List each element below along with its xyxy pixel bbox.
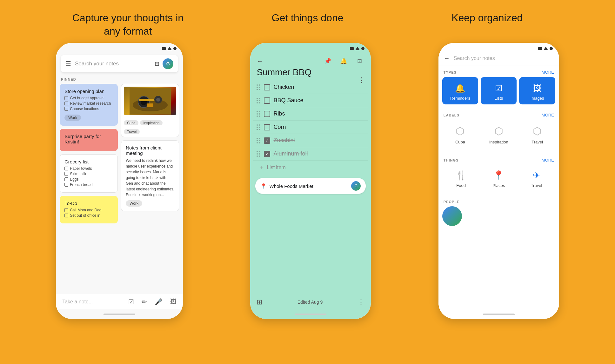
things-more-link[interactable]: MORE: [542, 158, 554, 162]
label-travel[interactable]: ⬡ Travel: [519, 120, 555, 149]
label-text: Inspiration: [489, 140, 508, 144]
things-grid: 🍴 Food 📍 Places ✈ Travel: [438, 165, 559, 195]
labels-label: LABELS: [444, 113, 459, 117]
back-button[interactable]: ←: [444, 55, 450, 62]
section3-title: Keep organized: [424, 11, 551, 38]
label-inspiration[interactable]: ⬡ Inspiration: [481, 120, 517, 149]
battery-icon: [173, 47, 177, 50]
note-surprise-party[interactable]: Surprise party for Kristin!: [60, 129, 118, 151]
take-note-placeholder[interactable]: Take a note...: [62, 299, 93, 305]
section2-title: Get things done: [244, 11, 371, 38]
note-grocery-list[interactable]: Grocery list Paper towels Skim milk Eggs…: [60, 154, 118, 193]
types-grid: 🔔 Reminders ☑ Lists 🖼 Images: [438, 77, 559, 108]
people-label: PEOPLE: [444, 200, 460, 204]
label-text: Travel: [531, 140, 543, 144]
menu-icon[interactable]: ☰: [65, 60, 71, 68]
thing-places[interactable]: 📍 Places: [480, 165, 518, 193]
svg-rect-4: [139, 99, 155, 101]
item-checkbox[interactable]: ✓: [264, 137, 270, 144]
list-item[interactable]: Corn: [253, 121, 368, 134]
pin-icon[interactable]: 📌: [323, 56, 333, 66]
things-label: THINGS: [444, 158, 459, 162]
add-item-row[interactable]: + List item: [253, 161, 368, 174]
places-icon: 📍: [493, 170, 504, 181]
item-text: Zucchini: [273, 137, 295, 144]
image-icon: 🖼: [533, 83, 541, 93]
home-bar: [483, 314, 515, 315]
label-cuba[interactable]: ⬡ Cuba: [442, 120, 478, 149]
type-label: Lists: [494, 96, 503, 101]
search-bar[interactable]: ← Search your notes: [438, 51, 559, 65]
back-button[interactable]: ←: [257, 57, 263, 65]
pencil-icon[interactable]: ✏: [142, 298, 147, 306]
thing-travel[interactable]: ✈ Travel: [518, 165, 555, 193]
thing-text: Places: [492, 183, 505, 188]
thing-food[interactable]: 🍴 Food: [442, 165, 480, 193]
svg-point-6: [156, 98, 160, 102]
note-title: Notes from client meeting: [126, 145, 174, 156]
note-body: We need to rethink how we handle user ex…: [126, 158, 174, 198]
type-label: Reminders: [450, 96, 470, 101]
archive-icon[interactable]: ⊡: [354, 56, 364, 66]
search-bar[interactable]: ☰ Search your notes ⊞ G: [61, 55, 178, 72]
people-grid: [438, 206, 559, 226]
list-item[interactable]: Chicken: [253, 81, 368, 94]
list-item[interactable]: ✓ Aluminum foil: [253, 147, 368, 161]
types-more-link[interactable]: MORE: [542, 70, 554, 75]
signal-icon: [162, 47, 166, 50]
phone2-bottom-bar: ⊞ Edited Aug 9 ⋮: [250, 295, 371, 309]
more-options-button[interactable]: ⋮: [358, 76, 365, 84]
location-bar[interactable]: 📍 Whole Foods Market G: [255, 178, 366, 194]
note-todo[interactable]: To-Do Call Mom and Dad Set out of office…: [60, 196, 118, 223]
avatar[interactable]: G: [163, 58, 173, 69]
list-icon: ☑: [495, 83, 502, 93]
person-avatar[interactable]: [442, 206, 462, 226]
location-pin-icon: 📍: [260, 183, 267, 189]
types-section-header: TYPES MORE: [438, 65, 559, 77]
home-bar: [104, 314, 135, 315]
note-title: Surprise party for Kristin!: [64, 134, 113, 144]
phone-3: ← Search your notes TYPES MORE 🔔 Reminde…: [438, 43, 559, 319]
type-label: Images: [531, 96, 544, 101]
reminder-icon[interactable]: 🔔: [338, 56, 349, 66]
image-icon[interactable]: 🖼: [170, 298, 177, 306]
edited-label: Edited Aug 9: [297, 300, 323, 305]
list-item[interactable]: ✓ Zucchini: [253, 134, 368, 147]
food-icon: 🍴: [456, 170, 467, 181]
note-title: Store opening plan: [64, 89, 113, 94]
type-lists[interactable]: ☑ Lists: [481, 77, 517, 104]
type-reminders[interactable]: 🔔 Reminders: [442, 77, 478, 104]
item-checkbox[interactable]: ✓: [264, 151, 270, 157]
signal-icon: [538, 47, 542, 50]
things-section-header: THINGS MORE: [438, 153, 559, 165]
list-item[interactable]: BBQ Sauce: [253, 94, 368, 107]
note-store-opening[interactable]: Store opening plan Get budget approval R…: [60, 84, 118, 126]
page-wrapper: Capture your thoughts in any format Get …: [0, 0, 615, 364]
add-note-icon[interactable]: ⊞: [257, 298, 262, 306]
note-client-meeting[interactable]: Notes from client meeting We need to ret…: [121, 140, 179, 211]
list-item[interactable]: Ribs: [253, 107, 368, 121]
battery-icon: [361, 47, 364, 50]
view-toggle-icon[interactable]: ⊞: [155, 60, 159, 67]
checkbox-icon[interactable]: ☑: [128, 298, 134, 306]
label-icon: ⬡: [494, 125, 503, 137]
type-images[interactable]: 🖼 Images: [519, 77, 555, 104]
labels-grid: ⬡ Cuba ⬡ Inspiration ⬡ Travel: [438, 120, 559, 153]
travel-image: [124, 87, 176, 115]
item-checkbox[interactable]: [264, 97, 270, 104]
note-title: To-Do: [64, 201, 113, 206]
label-icon: ⬡: [533, 125, 542, 137]
item-checkbox[interactable]: [264, 111, 270, 117]
phone-1: ☰ Search your notes ⊞ G PINNED Store: [56, 43, 183, 319]
battery-icon: [550, 47, 553, 50]
item-checkbox[interactable]: [264, 124, 270, 130]
note-travel-image[interactable]: Cuba Inspiration Travel: [121, 84, 179, 137]
item-checkbox[interactable]: [264, 84, 270, 90]
home-bar: [295, 314, 326, 315]
labels-more-link[interactable]: MORE: [542, 113, 554, 117]
options-icon[interactable]: ⋮: [358, 298, 364, 306]
label-icon: ⬡: [456, 125, 465, 137]
item-text: Aluminum foil: [273, 150, 308, 157]
mic-icon[interactable]: 🎤: [155, 298, 163, 306]
add-item-label: List item: [267, 165, 286, 170]
